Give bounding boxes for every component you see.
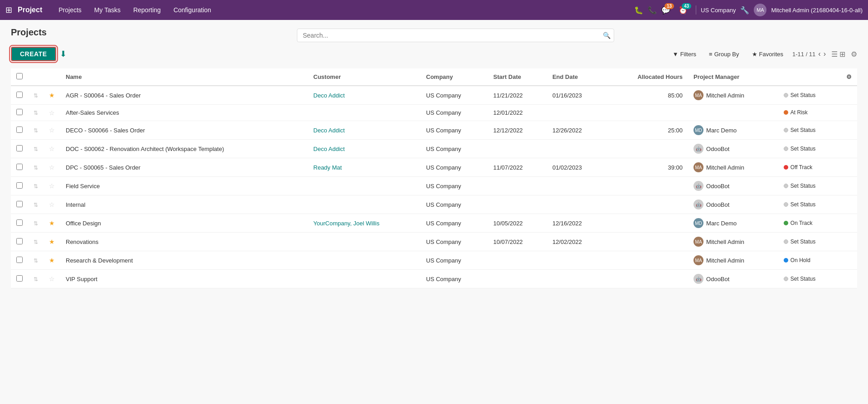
star-toggle[interactable]: ★ bbox=[49, 219, 55, 227]
name-cell[interactable]: VIP Support bbox=[60, 270, 308, 288]
star-toggle[interactable]: ★ bbox=[49, 92, 55, 99]
star-toggle[interactable]: ☆ bbox=[49, 164, 55, 171]
next-page-button[interactable]: › bbox=[824, 50, 826, 58]
status-badge[interactable]: Set Status bbox=[784, 239, 815, 245]
name-cell[interactable]: Field Service bbox=[60, 177, 308, 195]
header-allocated-hours[interactable]: Allocated Hours bbox=[606, 68, 688, 86]
chat-icon-area[interactable]: 💬 13 bbox=[661, 6, 670, 15]
drag-handle[interactable]: ⇅ bbox=[34, 92, 38, 99]
status-badge[interactable]: Set Status bbox=[784, 276, 815, 282]
name-cell[interactable]: Office Design bbox=[60, 214, 308, 233]
status-cell[interactable]: Set Status bbox=[778, 86, 841, 105]
prev-page-button[interactable]: ‹ bbox=[818, 50, 820, 58]
status-badge[interactable]: Off Track bbox=[784, 164, 812, 170]
drag-handle[interactable]: ⇅ bbox=[34, 183, 38, 190]
row-checkbox[interactable] bbox=[16, 145, 23, 151]
status-cell[interactable]: At Risk bbox=[778, 105, 841, 121]
name-cell[interactable]: After-Sales Services bbox=[60, 105, 308, 121]
column-settings-icon[interactable]: ⚙ bbox=[851, 50, 857, 58]
status-cell[interactable]: Set Status bbox=[778, 270, 841, 288]
header-name[interactable]: Name bbox=[60, 68, 308, 86]
star-toggle[interactable]: ☆ bbox=[49, 145, 55, 152]
name-cell[interactable]: Research & Development bbox=[60, 251, 308, 270]
customer-link[interactable]: Deco Addict bbox=[313, 146, 344, 152]
drag-handle[interactable]: ⇅ bbox=[34, 202, 38, 208]
menu-my-tasks[interactable]: My Tasks bbox=[89, 4, 126, 16]
status-badge[interactable]: On Hold bbox=[784, 257, 810, 263]
kanban-view-button[interactable]: ⊞ bbox=[839, 50, 845, 58]
customer-link[interactable]: Deco Addict bbox=[313, 92, 344, 99]
menu-configuration[interactable]: Configuration bbox=[168, 4, 217, 16]
row-checkbox[interactable] bbox=[16, 238, 23, 244]
bug-icon-area[interactable]: 🐛 bbox=[634, 6, 643, 15]
row-checkbox[interactable] bbox=[16, 164, 23, 170]
activity-icon-area[interactable]: ⏰ 43 bbox=[679, 6, 688, 15]
drag-handle[interactable]: ⇅ bbox=[34, 146, 38, 152]
table-settings-icon[interactable]: ⚙ bbox=[846, 73, 852, 80]
status-cell[interactable]: Set Status bbox=[778, 233, 841, 251]
row-checkbox[interactable] bbox=[16, 275, 23, 282]
header-end-date[interactable]: End Date bbox=[547, 68, 606, 86]
filters-button[interactable]: ▼ Filters bbox=[669, 49, 700, 59]
star-toggle[interactable]: ☆ bbox=[49, 201, 55, 208]
status-badge[interactable]: Set Status bbox=[784, 183, 815, 189]
name-cell[interactable]: DECO - S00066 - Sales Order bbox=[60, 121, 308, 140]
groupby-button[interactable]: ≡ Group By bbox=[705, 49, 743, 59]
row-checkbox[interactable] bbox=[16, 257, 23, 263]
user-avatar[interactable]: MA bbox=[754, 4, 766, 16]
search-input[interactable] bbox=[297, 29, 614, 42]
header-customer[interactable]: Customer bbox=[308, 68, 421, 86]
phone-icon-area[interactable]: 📞 bbox=[648, 6, 657, 15]
name-cell[interactable]: Internal bbox=[60, 195, 308, 214]
star-toggle[interactable]: ☆ bbox=[49, 109, 55, 117]
row-checkbox[interactable] bbox=[16, 127, 23, 133]
star-toggle[interactable]: ☆ bbox=[49, 275, 55, 282]
select-all-checkbox[interactable] bbox=[16, 73, 23, 79]
drag-handle[interactable]: ⇅ bbox=[34, 220, 38, 227]
drag-handle[interactable]: ⇅ bbox=[34, 276, 38, 282]
status-cell[interactable]: Set Status bbox=[778, 121, 841, 140]
star-toggle[interactable]: ☆ bbox=[49, 127, 55, 134]
customer-link[interactable]: YourCompany, Joel Willis bbox=[313, 220, 379, 227]
list-view-button[interactable]: ☰ bbox=[831, 50, 838, 58]
star-toggle[interactable]: ★ bbox=[49, 238, 55, 245]
header-project-manager[interactable]: Project Manager bbox=[688, 68, 778, 86]
drag-handle[interactable]: ⇅ bbox=[34, 127, 38, 134]
status-badge[interactable]: Set Status bbox=[784, 146, 815, 152]
status-badge[interactable]: On Track bbox=[784, 220, 813, 226]
row-checkbox[interactable] bbox=[16, 92, 23, 98]
star-toggle[interactable]: ★ bbox=[49, 257, 55, 264]
drag-handle[interactable]: ⇅ bbox=[34, 258, 38, 264]
status-cell[interactable]: On Hold bbox=[778, 251, 841, 270]
status-badge[interactable]: Set Status bbox=[784, 127, 815, 133]
menu-projects[interactable]: Projects bbox=[53, 4, 87, 16]
header-start-date[interactable]: Start Date bbox=[488, 68, 547, 86]
wrench-icon[interactable]: 🔧 bbox=[740, 6, 749, 15]
grid-icon[interactable]: ⊞ bbox=[5, 5, 12, 15]
name-cell[interactable]: Renovations bbox=[60, 233, 308, 251]
name-cell[interactable]: AGR - S00064 - Sales Order bbox=[60, 86, 308, 105]
status-badge[interactable]: Set Status bbox=[784, 92, 815, 98]
row-checkbox[interactable] bbox=[16, 182, 23, 189]
name-cell[interactable]: DOC - S00062 - Renovation Architect (Wor… bbox=[60, 140, 308, 158]
status-cell[interactable]: On Track bbox=[778, 214, 841, 233]
row-checkbox[interactable] bbox=[16, 109, 23, 115]
customer-link[interactable]: Deco Addict bbox=[313, 127, 344, 134]
row-checkbox[interactable] bbox=[16, 219, 23, 226]
row-checkbox[interactable] bbox=[16, 201, 23, 207]
status-badge[interactable]: Set Status bbox=[784, 201, 815, 208]
status-cell[interactable]: Set Status bbox=[778, 140, 841, 158]
status-badge[interactable]: At Risk bbox=[784, 109, 808, 116]
user-name[interactable]: Mitchell Admin (21680404-16-0-all) bbox=[771, 7, 863, 14]
star-toggle[interactable]: ☆ bbox=[49, 182, 55, 190]
status-cell[interactable]: Set Status bbox=[778, 177, 841, 195]
header-company[interactable]: Company bbox=[421, 68, 488, 86]
app-name[interactable]: Project bbox=[18, 6, 42, 14]
status-cell[interactable]: Set Status bbox=[778, 195, 841, 214]
drag-handle[interactable]: ⇅ bbox=[34, 239, 38, 245]
company-name[interactable]: US Company bbox=[701, 7, 736, 14]
drag-handle[interactable]: ⇅ bbox=[34, 165, 38, 171]
customer-link[interactable]: Ready Mat bbox=[313, 164, 342, 171]
status-cell[interactable]: Off Track bbox=[778, 158, 841, 177]
favorites-button[interactable]: ★ Favorites bbox=[748, 49, 787, 59]
